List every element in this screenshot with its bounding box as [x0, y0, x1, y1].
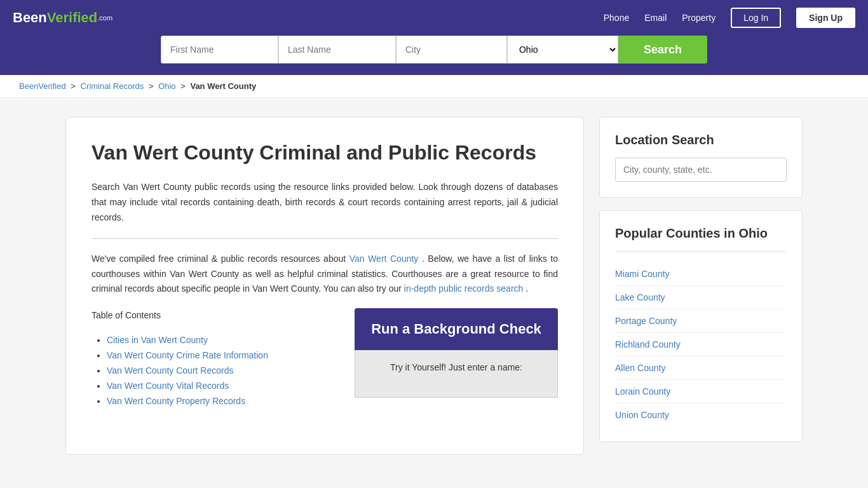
page-title: Van Wert County Criminal and Public Reco…: [92, 140, 558, 165]
list-item: Richland County: [615, 333, 787, 356]
county-list: Miami County Lake County Portage County …: [615, 262, 787, 426]
list-item: Van Wert County Court Records: [107, 365, 329, 376]
toc-title: Table of Contents: [92, 308, 329, 323]
content-card: Van Wert County Criminal and Public Reco…: [65, 117, 584, 455]
bg-check-sub-box: Try it Yourself! Just enter a name:: [355, 350, 558, 398]
main-container: Van Wert County Criminal and Public Reco…: [53, 117, 815, 455]
county-lake[interactable]: Lake County: [615, 292, 665, 302]
last-name-input[interactable]: [278, 36, 396, 64]
header: BeenVerified.com Phone Email Property Lo…: [0, 0, 868, 36]
breadcrumb-sep1: >: [71, 81, 76, 91]
para2-pre: We've compiled free criminal & public re…: [92, 254, 346, 264]
intro-paragraph: Search Van Wert County public records us…: [92, 180, 558, 225]
list-item: Van Wert County Crime Rate Information: [107, 350, 329, 360]
city-input[interactable]: [396, 36, 507, 64]
toc-link-cities[interactable]: Cities in Van Wert County: [107, 335, 208, 345]
nav-phone[interactable]: Phone: [604, 13, 629, 23]
sidebar-divider: [615, 251, 787, 252]
nav-property[interactable]: Property: [682, 13, 715, 23]
logo: BeenVerified.com: [13, 10, 112, 26]
content-divider: [92, 238, 558, 239]
bg-check-title: Run a Background Check: [371, 321, 541, 337]
list-item: Van Wert County Property Records: [107, 396, 329, 406]
sidebar: Location Search Popular Counties in Ohio…: [599, 117, 803, 455]
breadcrumb-sep2: >: [149, 81, 154, 91]
toc-link-vital[interactable]: Van Wert County Vital Records: [107, 381, 229, 391]
search-bar: Ohio Search: [0, 36, 868, 75]
bg-check-sub: Try it Yourself! Just enter a name:: [370, 360, 542, 376]
toc-list: Cities in Van Wert County Van Wert Count…: [92, 335, 329, 406]
para2: We've compiled free criminal & public re…: [92, 252, 558, 297]
toc-link-court[interactable]: Van Wert County Court Records: [107, 365, 233, 376]
county-allen[interactable]: Allen County: [615, 363, 665, 373]
breadcrumb: BeenVerified > Criminal Records > Ohio >…: [0, 75, 868, 98]
search-button[interactable]: Search: [618, 36, 707, 64]
location-search-input[interactable]: [615, 158, 787, 182]
list-item: Lorain County: [615, 380, 787, 403]
first-name-input[interactable]: [161, 36, 278, 64]
county-miami[interactable]: Miami County: [615, 269, 670, 279]
county-richland[interactable]: Richland County: [615, 339, 681, 349]
breadcrumb-sep3: >: [180, 81, 186, 91]
logo-been: Been: [13, 10, 47, 26]
nav-email[interactable]: Email: [644, 13, 667, 23]
logo-verified: Verified: [47, 10, 97, 26]
list-item: Union County: [615, 403, 787, 426]
county-lorain[interactable]: Lorain County: [615, 386, 670, 396]
van-wert-link[interactable]: Van Wert County: [349, 254, 419, 264]
county-union[interactable]: Union County: [615, 410, 669, 420]
breadcrumb-current: Van Wert County: [190, 81, 256, 91]
breadcrumb-criminal-records[interactable]: Criminal Records: [81, 81, 144, 91]
bg-check-box: Run a Background Check: [355, 308, 558, 350]
list-item: Portage County: [615, 309, 787, 333]
login-button[interactable]: Log In: [731, 8, 781, 28]
header-nav: Phone Email Property Log In Sign Up: [604, 8, 855, 28]
popular-counties-card: Popular Counties in Ohio Miami County La…: [599, 210, 803, 442]
lower-content: Table of Contents Cities in Van Wert Cou…: [92, 308, 558, 419]
breadcrumb-beenverified[interactable]: BeenVerified: [19, 81, 66, 91]
state-select[interactable]: Ohio: [507, 36, 618, 64]
list-item: Van Wert County Vital Records: [107, 381, 329, 391]
breadcrumb-ohio[interactable]: Ohio: [158, 81, 175, 91]
list-item: Miami County: [615, 262, 787, 286]
logo-com: .com: [97, 14, 112, 22]
location-search-card: Location Search: [599, 117, 803, 198]
location-search-title: Location Search: [615, 133, 787, 147]
county-portage[interactable]: Portage County: [615, 316, 677, 326]
list-item: Lake County: [615, 286, 787, 309]
popular-counties-title: Popular Counties in Ohio: [615, 226, 787, 241]
toc-link-crime[interactable]: Van Wert County Crime Rate Information: [107, 350, 268, 360]
toc-link-property[interactable]: Van Wert County Property Records: [107, 396, 245, 406]
indepth-search-link[interactable]: in-depth public records search: [404, 283, 524, 294]
bg-check-section: Run a Background Check Try it Yourself! …: [342, 308, 558, 419]
list-item: Cities in Van Wert County: [107, 335, 329, 345]
para2-end: .: [526, 283, 528, 294]
list-item: Allen County: [615, 356, 787, 380]
toc-section: Table of Contents Cities in Van Wert Cou…: [92, 308, 329, 419]
signup-button[interactable]: Sign Up: [796, 8, 855, 28]
